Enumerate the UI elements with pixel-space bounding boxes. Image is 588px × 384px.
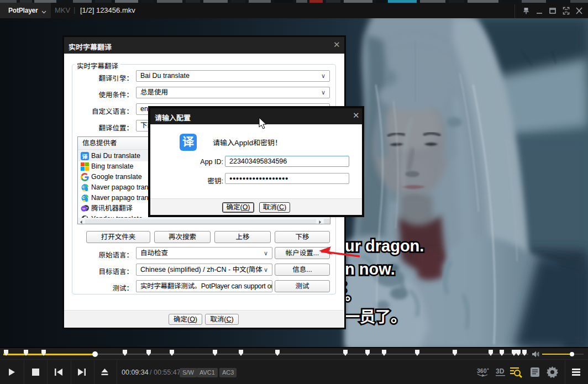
svg-text:n now.: n now. (345, 260, 395, 278)
svg-text:360: 360 (477, 367, 487, 374)
svg-text:译: 译 (82, 152, 88, 160)
svg-text:3D: 3D (496, 367, 505, 375)
svg-text:。: 。 (345, 287, 359, 303)
svg-text:一员了。: 一员了。 (344, 308, 406, 325)
